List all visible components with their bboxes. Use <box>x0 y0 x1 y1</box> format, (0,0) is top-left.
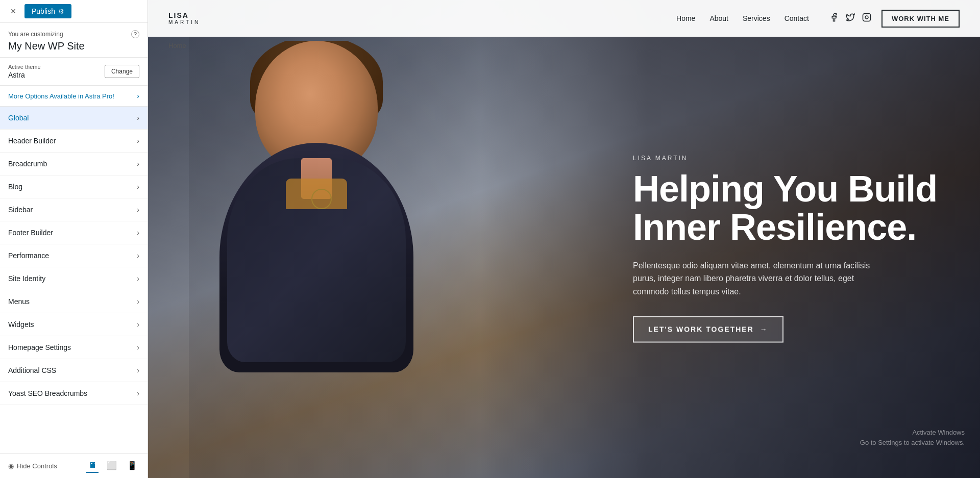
menu-item-site-identity[interactable]: Site Identity › <box>0 267 148 290</box>
activate-windows-notice: Activate Windows Go to Settings to activ… <box>860 427 965 447</box>
activate-windows-line1: Activate Windows <box>860 427 965 438</box>
panel-bottom: ◉ Hide Controls 🖥 ⬜ 📱 <box>0 453 148 478</box>
menu-item-blog[interactable]: Blog › <box>0 175 148 198</box>
close-icon: × <box>11 6 16 17</box>
site-breadcrumb: Home <box>168 37 186 55</box>
menu-item-yoast-seo[interactable]: Yoast SEO Breadcrumbs › <box>0 382 148 405</box>
chevron-right-icon: › <box>137 320 139 329</box>
device-icons: 🖥 ⬜ 📱 <box>86 459 139 473</box>
chevron-right-icon: › <box>137 160 139 168</box>
menu-item-breadcrumb[interactable]: Breadcrumb › <box>0 153 148 175</box>
hero-title: Helping You Build Inner Resilience. <box>633 169 949 246</box>
svg-rect-0 <box>863 14 870 21</box>
menu-item-label: Homepage Settings <box>8 343 71 351</box>
menu-item-menus[interactable]: Menus › <box>0 290 148 313</box>
work-with-me-button[interactable]: WORK WITH ME <box>881 10 960 28</box>
astra-pro-chevron-icon: › <box>137 92 139 100</box>
hero-content: LISA MARTIN Helping You Build Inner Resi… <box>633 154 949 343</box>
close-button[interactable]: × <box>6 4 20 18</box>
site-logo: LISA MARTIN <box>168 12 200 25</box>
chevron-right-icon: › <box>137 389 139 397</box>
chevron-right-icon: › <box>137 137 139 145</box>
nav-about[interactable]: About <box>709 14 728 22</box>
publish-button[interactable]: Publish ⚙ <box>24 4 71 18</box>
menu-item-label: Menus <box>8 297 30 306</box>
menu-item-label: Footer Builder <box>8 229 53 237</box>
twitter-icon[interactable] <box>846 13 855 24</box>
menu-list: Global › Header Builder › Breadcrumb › B… <box>0 107 148 453</box>
logo-name: LISA <box>168 12 200 19</box>
customizing-label-text: You are customizing <box>8 31 63 38</box>
menu-item-label: Widgets <box>8 320 34 329</box>
cta-button[interactable]: LET'S WORK TOGETHER → <box>633 316 783 343</box>
astra-pro-banner[interactable]: More Options Available in Astra Pro! › <box>0 86 148 107</box>
menu-item-label: Global <box>8 114 29 122</box>
instagram-icon[interactable] <box>862 13 871 24</box>
activate-windows-line2: Go to Settings to activate Windows. <box>860 438 965 448</box>
chevron-right-icon: › <box>137 183 139 191</box>
menu-item-label: Blog <box>8 183 22 191</box>
chevron-right-icon: › <box>137 366 139 374</box>
theme-section: Active theme Astra Change <box>0 58 148 86</box>
menu-item-sidebar[interactable]: Sidebar › <box>0 198 148 221</box>
change-theme-button[interactable]: Change <box>105 65 139 78</box>
site-name: My New WP Site <box>8 40 139 52</box>
nav-home[interactable]: Home <box>676 14 695 22</box>
astra-pro-text: More Options Available in Astra Pro! <box>8 92 114 100</box>
breadcrumb-home: Home <box>168 42 186 49</box>
chevron-right-icon: › <box>137 274 139 283</box>
social-icons <box>829 13 871 24</box>
menu-item-performance[interactable]: Performance › <box>0 244 148 267</box>
menu-item-label: Sidebar <box>8 206 33 214</box>
cta-arrow-icon: → <box>760 325 768 334</box>
hide-controls-icon: ◉ <box>8 462 14 470</box>
chevron-right-icon: › <box>137 114 139 122</box>
chevron-right-icon: › <box>137 229 139 237</box>
menu-item-label: Header Builder <box>8 137 56 145</box>
facebook-icon[interactable] <box>829 13 839 24</box>
menu-item-additional-css[interactable]: Additional CSS › <box>0 359 148 382</box>
hide-controls-label: Hide Controls <box>17 462 57 470</box>
menu-item-footer-builder[interactable]: Footer Builder › <box>0 221 148 244</box>
menu-item-header-builder[interactable]: Header Builder › <box>0 130 148 153</box>
hero-subtitle: LISA MARTIN <box>633 154 949 161</box>
chevron-right-icon: › <box>137 297 139 306</box>
panel-topbar: × Publish ⚙ <box>0 0 148 23</box>
hide-controls-button[interactable]: ◉ Hide Controls <box>8 462 57 470</box>
menu-item-widgets[interactable]: Widgets › <box>0 313 148 336</box>
menu-item-label: Breadcrumb <box>8 160 47 168</box>
gear-icon: ⚙ <box>58 8 64 15</box>
cta-label: LET'S WORK TOGETHER <box>648 325 754 334</box>
menu-item-label: Performance <box>8 251 49 260</box>
site-preview: LISA MARTIN Home About Services Contact <box>148 0 980 478</box>
customizer-panel: × Publish ⚙ You are customizing ? My New… <box>0 0 148 478</box>
site-nav: Home About Services Contact <box>676 14 809 22</box>
chevron-right-icon: › <box>137 206 139 214</box>
tablet-icon[interactable]: ⬜ <box>105 459 119 473</box>
publish-label: Publish <box>32 7 55 15</box>
menu-item-label: Site Identity <box>8 274 45 283</box>
chevron-right-icon: › <box>137 343 139 351</box>
menu-item-label: Yoast SEO Breadcrumbs <box>8 389 87 397</box>
preview-panel: LISA MARTIN Home About Services Contact <box>148 0 980 478</box>
menu-item-homepage-settings[interactable]: Homepage Settings › <box>0 336 148 359</box>
chevron-right-icon: › <box>137 251 139 260</box>
desktop-icon[interactable]: 🖥 <box>86 459 99 473</box>
customizing-section: You are customizing ? My New WP Site <box>0 23 148 58</box>
hero-description: Pellentesque odio aliquam vitae amet, el… <box>633 259 888 298</box>
theme-label: Active theme <box>8 64 41 70</box>
site-header: LISA MARTIN Home About Services Contact <box>148 0 980 37</box>
mobile-icon[interactable]: 📱 <box>125 459 139 473</box>
menu-item-global[interactable]: Global › <box>0 107 148 130</box>
help-icon[interactable]: ? <box>131 30 139 38</box>
nav-services[interactable]: Services <box>743 14 770 22</box>
menu-item-label: Additional CSS <box>8 366 56 374</box>
nav-contact[interactable]: Contact <box>785 14 809 22</box>
logo-surname: MARTIN <box>168 19 200 25</box>
theme-name: Astra <box>8 71 41 79</box>
